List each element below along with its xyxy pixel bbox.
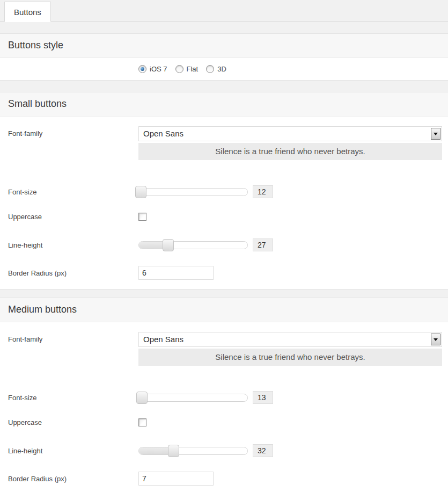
line-height-slider[interactable] <box>138 241 248 249</box>
section-buttons-style-body: iOS 7 Flat 3D <box>0 58 448 80</box>
chevron-down-icon <box>434 133 438 135</box>
spacer <box>0 290 448 298</box>
row-line-height: Line-height 27 <box>0 238 448 251</box>
buttons-style-radio-group: iOS 7 Flat 3D <box>0 65 448 73</box>
font-family-label: Font-family <box>0 332 130 346</box>
border-radius-label: Border Radius (px) <box>0 475 130 483</box>
section-medium-buttons: Medium buttons Font-family Open Sans Sil… <box>0 298 448 492</box>
radio-icon-ios7[interactable] <box>138 65 146 73</box>
font-size-value: 13 <box>253 391 273 404</box>
font-size-slider[interactable] <box>138 394 248 402</box>
uppercase-label: Uppercase <box>0 418 130 426</box>
row-font-size: Font-size 12 <box>0 185 448 198</box>
font-size-value: 12 <box>253 185 273 198</box>
font-preview: Silence is a true friend who never betra… <box>138 349 442 366</box>
section-title: Small buttons <box>8 98 67 109</box>
row-line-height: Line-height 32 <box>0 444 448 457</box>
radio-label-3d: 3D <box>217 65 226 73</box>
select-dropdown-button[interactable] <box>431 128 440 140</box>
spacer <box>0 81 448 92</box>
border-radius-input[interactable] <box>138 266 214 280</box>
font-size-slider[interactable] <box>138 188 248 196</box>
row-font-family: Font-family Open Sans Silence is a true … <box>0 126 448 160</box>
section-title: Medium buttons <box>8 304 77 315</box>
radio-option-ios7[interactable]: iOS 7 <box>138 65 167 73</box>
font-family-select[interactable]: Open Sans <box>138 332 442 347</box>
font-size-slider-handle[interactable] <box>136 392 148 404</box>
spacer <box>0 22 448 33</box>
font-size-slider-handle[interactable] <box>135 186 146 198</box>
font-preview: Silence is a true friend who never betra… <box>138 143 442 160</box>
select-dropdown-button[interactable] <box>431 334 440 345</box>
line-height-label: Line-height <box>0 447 130 455</box>
section-medium-buttons-body: Font-family Open Sans Silence is a true … <box>0 322 448 492</box>
section-small-buttons-header: Small buttons <box>0 92 448 117</box>
row-uppercase: Uppercase <box>0 213 448 221</box>
row-uppercase: Uppercase <box>0 418 448 426</box>
row-border-radius: Border Radius (px) <box>0 472 448 486</box>
line-height-label: Line-height <box>0 241 130 249</box>
uppercase-label: Uppercase <box>0 213 130 221</box>
line-height-value: 27 <box>253 238 273 251</box>
section-medium-buttons-header: Medium buttons <box>0 298 448 322</box>
line-height-slider[interactable] <box>138 447 248 455</box>
uppercase-checkbox[interactable] <box>138 213 146 221</box>
border-radius-label: Border Radius (px) <box>0 269 130 277</box>
row-font-family: Font-family Open Sans Silence is a true … <box>0 332 448 366</box>
radio-label-flat: Flat <box>187 65 199 73</box>
chevron-down-icon <box>434 338 438 341</box>
uppercase-checkbox[interactable] <box>138 418 146 426</box>
section-buttons-style: Buttons style iOS 7 Flat 3D <box>0 33 448 81</box>
section-title: Buttons style <box>8 40 63 50</box>
row-border-radius: Border Radius (px) <box>0 266 448 280</box>
font-family-select[interactable]: Open Sans <box>138 126 442 141</box>
radio-label-ios7: iOS 7 <box>150 65 167 73</box>
font-size-label: Font-size <box>0 188 130 196</box>
radio-icon-flat[interactable] <box>175 65 183 73</box>
border-radius-input[interactable] <box>138 472 214 486</box>
font-size-label: Font-size <box>0 394 130 402</box>
section-buttons-style-header: Buttons style <box>0 34 448 58</box>
line-height-slider-handle[interactable] <box>168 445 179 457</box>
tab-buttons[interactable]: Buttons <box>4 2 51 22</box>
tab-bar: Buttons <box>0 0 448 22</box>
radio-option-flat[interactable]: Flat <box>175 65 199 73</box>
font-family-selected-value: Open Sans <box>139 332 442 346</box>
line-height-slider-handle[interactable] <box>163 239 174 251</box>
font-family-label: Font-family <box>0 126 130 141</box>
line-height-value: 32 <box>253 444 273 457</box>
radio-icon-3d[interactable] <box>206 65 214 73</box>
radio-option-3d[interactable]: 3D <box>206 65 226 73</box>
tab-buttons-label: Buttons <box>14 8 41 17</box>
section-small-buttons: Small buttons Font-family Open Sans Sile… <box>0 92 448 290</box>
font-family-selected-value: Open Sans <box>139 127 442 141</box>
row-font-size: Font-size 13 <box>0 391 448 404</box>
section-small-buttons-body: Font-family Open Sans Silence is a true … <box>0 117 448 289</box>
